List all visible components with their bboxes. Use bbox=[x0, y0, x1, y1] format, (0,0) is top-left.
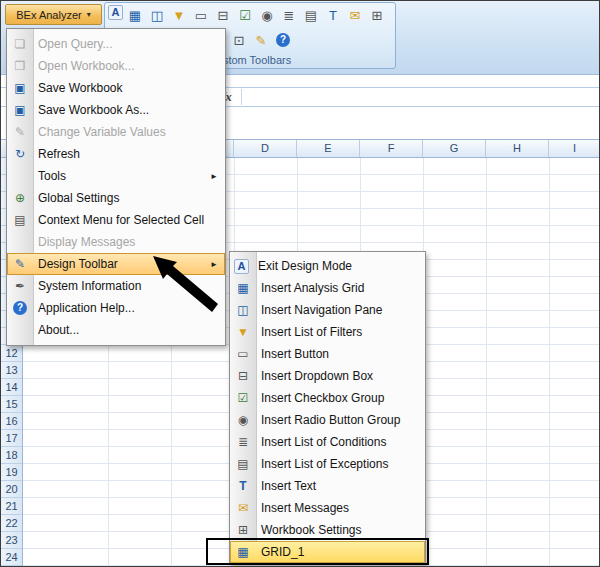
insert-checkbox-group-icon: ☑ bbox=[234, 390, 252, 406]
menu-item-change-variable-values[interactable]: ✎ Change Variable Values bbox=[7, 121, 225, 143]
insert-text-icon[interactable]: T bbox=[323, 5, 343, 25]
row-header-16[interactable]: 16 bbox=[1, 413, 22, 430]
submenu-item-grid-1[interactable]: ▦ GRID_1 bbox=[230, 541, 425, 563]
submenu-item-insert-messages[interactable]: ✉ Insert Messages bbox=[230, 497, 425, 519]
menu-item-application-help[interactable]: ? Application Help... bbox=[7, 297, 225, 319]
column-header-d[interactable]: D bbox=[234, 140, 297, 157]
row-header-19[interactable]: 19 bbox=[1, 464, 22, 481]
insert-checkbox-group-icon[interactable]: ☑ bbox=[235, 5, 255, 25]
exit-design-mode-icon[interactable]: A bbox=[108, 5, 123, 20]
help-icon[interactable]: ? bbox=[273, 30, 293, 50]
design-toolbar-icon: ✎ bbox=[11, 256, 29, 272]
workbook-settings-icon: ⊞ bbox=[234, 522, 252, 538]
save-workbook-icon: ▣ bbox=[11, 80, 29, 96]
menu-item-global-settings[interactable]: ⊕ Global Settings bbox=[7, 187, 225, 209]
workbook-settings-icon[interactable]: ⊞ bbox=[367, 5, 387, 25]
menu-item-label: Save Workbook As... bbox=[38, 103, 149, 117]
exit-design-mode-icon: A bbox=[234, 259, 249, 274]
insert-button-icon[interactable]: ▭ bbox=[191, 5, 211, 25]
insert-analysis-grid-icon[interactable]: ▦ bbox=[125, 5, 145, 25]
gridline bbox=[549, 158, 550, 566]
submenu-item-label: Insert List of Filters bbox=[261, 325, 362, 339]
insert-dropdown-box-icon[interactable]: ⊟ bbox=[213, 5, 233, 25]
row-header-21[interactable]: 21 bbox=[1, 498, 22, 515]
insert-list-of-filters-icon: ▼ bbox=[234, 324, 252, 340]
submenu-item-exit-design-mode[interactable]: A Exit Design Mode bbox=[230, 255, 425, 277]
column-header-g[interactable]: G bbox=[423, 140, 486, 157]
menu-item-save-workbook-as[interactable]: ▣ Save Workbook As... bbox=[7, 99, 225, 121]
submenu-item-label: Exit Design Mode bbox=[258, 259, 352, 273]
menu-item-tools[interactable]: Tools ► bbox=[7, 165, 225, 187]
submenu-item-insert-checkbox-group[interactable]: ☑ Insert Checkbox Group bbox=[230, 387, 425, 409]
help-glyph: ? bbox=[276, 33, 290, 47]
help-glyph: ? bbox=[13, 301, 27, 315]
submenu-item-insert-analysis-grid[interactable]: ▦ Insert Analysis Grid bbox=[230, 277, 425, 299]
submenu-item-label: Workbook Settings bbox=[261, 523, 362, 537]
row-header-14[interactable]: 14 bbox=[1, 379, 22, 396]
insert-list-of-exceptions-icon: ▤ bbox=[234, 456, 252, 472]
menu-item-design-toolbar[interactable]: ✎ Design Toolbar ► bbox=[7, 253, 225, 275]
submenu-item-label: GRID_1 bbox=[261, 545, 304, 559]
pencil-icon[interactable]: ✎ bbox=[251, 30, 271, 50]
insert-radio-button-group-icon[interactable]: ◉ bbox=[257, 5, 277, 25]
insert-navigation-pane-icon[interactable]: ◫ bbox=[147, 5, 167, 25]
submenu-item-label: Insert Radio Button Group bbox=[261, 413, 400, 427]
row-header-13[interactable]: 13 bbox=[1, 362, 22, 379]
insert-dropdown-box-icon: ⊟ bbox=[234, 368, 252, 384]
sheet-icon[interactable]: ⊡ bbox=[229, 30, 249, 50]
menu-item-context-menu-for-selected-cell[interactable]: ▤ Context Menu for Selected Cell bbox=[7, 209, 225, 231]
menu-item-open-query[interactable]: ❏ Open Query... bbox=[7, 33, 225, 55]
submenu-item-insert-navigation-pane[interactable]: ◫ Insert Navigation Pane bbox=[230, 299, 425, 321]
menu-item-refresh[interactable]: ↻ Refresh bbox=[7, 143, 225, 165]
row-header-24[interactable]: 24 bbox=[1, 549, 22, 566]
tools-icon bbox=[11, 168, 29, 184]
submenu-item-insert-text[interactable]: T Insert Text bbox=[230, 475, 425, 497]
row-header-12[interactable]: 12 bbox=[1, 345, 22, 362]
row-header-18[interactable]: 18 bbox=[1, 447, 22, 464]
submenu-item-insert-dropdown-box[interactable]: ⊟ Insert Dropdown Box bbox=[230, 365, 425, 387]
column-header-h[interactable]: H bbox=[486, 140, 549, 157]
menu-item-label: Application Help... bbox=[38, 301, 135, 315]
submenu-item-workbook-settings[interactable]: ⊞ Workbook Settings bbox=[230, 519, 425, 541]
open-workbook-icon: ❐ bbox=[11, 58, 29, 74]
insert-list-of-filters-icon[interactable]: ▼ bbox=[169, 5, 189, 25]
menu-item-label: Save Workbook bbox=[38, 81, 123, 95]
menu-item-label: About... bbox=[38, 323, 79, 337]
submenu-item-label: Insert List of Exceptions bbox=[261, 457, 388, 471]
menu-item-about[interactable]: About... bbox=[7, 319, 225, 341]
row-header-22[interactable]: 22 bbox=[1, 515, 22, 532]
row-header-15[interactable]: 15 bbox=[1, 396, 22, 413]
system-information-icon: ✒ bbox=[11, 278, 29, 294]
submenu-item-insert-list-of-filters[interactable]: ▼ Insert List of Filters bbox=[230, 321, 425, 343]
menu-item-save-workbook[interactable]: ▣ Save Workbook bbox=[7, 77, 225, 99]
menu-item-label: Context Menu for Selected Cell bbox=[38, 213, 204, 227]
menu-item-label: Open Query... bbox=[38, 37, 112, 51]
insert-list-of-conditions-icon[interactable]: ≣ bbox=[279, 5, 299, 25]
row-header-23[interactable]: 23 bbox=[1, 532, 22, 549]
column-header-f[interactable]: F bbox=[360, 140, 423, 157]
save-workbook-as-icon: ▣ bbox=[11, 102, 29, 118]
menu-item-system-information[interactable]: ✒ System Information bbox=[7, 275, 225, 297]
menu-item-open-workbook[interactable]: ❐ Open Workbook... bbox=[7, 55, 225, 77]
column-header-i[interactable]: I bbox=[549, 140, 600, 157]
insert-messages-icon[interactable]: ✉ bbox=[345, 5, 365, 25]
row-header-17[interactable]: 17 bbox=[1, 430, 22, 447]
column-header-e[interactable]: E bbox=[297, 140, 360, 157]
submenu-item-label: Insert Dropdown Box bbox=[261, 369, 373, 383]
submenu-item-insert-list-of-exceptions[interactable]: ▤ Insert List of Exceptions bbox=[230, 453, 425, 475]
application-help-icon: ? bbox=[11, 300, 29, 316]
submenu-item-label: Insert Text bbox=[261, 479, 316, 493]
menu-item-label: Global Settings bbox=[38, 191, 119, 205]
menu-item-display-messages[interactable]: Display Messages bbox=[7, 231, 225, 253]
gridline bbox=[486, 158, 487, 566]
bex-analyzer-label: BEx Analyzer bbox=[16, 9, 81, 21]
submenu-item-label: Insert Messages bbox=[261, 501, 349, 515]
submenu-item-insert-list-of-conditions[interactable]: ≣ Insert List of Conditions bbox=[230, 431, 425, 453]
row-header-20[interactable]: 20 bbox=[1, 481, 22, 498]
submenu-item-insert-radio-button-group[interactable]: ◉ Insert Radio Button Group bbox=[230, 409, 425, 431]
formula-bar-divider bbox=[241, 89, 242, 105]
bex-analyzer-menu-button[interactable]: BEx Analyzer ▾ bbox=[5, 4, 102, 25]
submenu-item-insert-button[interactable]: ▭ Insert Button bbox=[230, 343, 425, 365]
insert-list-of-exceptions-icon[interactable]: ▤ bbox=[301, 5, 321, 25]
submenu-arrow-icon: ► bbox=[210, 260, 218, 269]
